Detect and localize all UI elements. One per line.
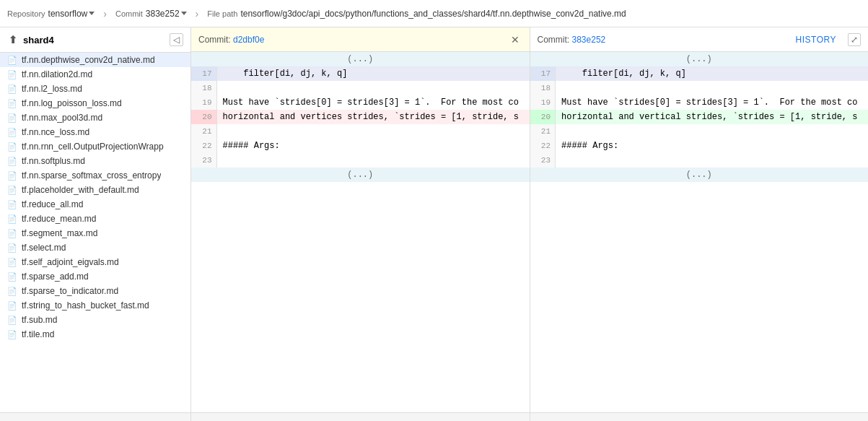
sidebar-item[interactable]: 📄tf.self_adjoint_eigvals.md <box>0 255 190 269</box>
line-content: ##### Args: <box>556 139 869 153</box>
line-number: 22 <box>191 139 216 153</box>
table-row: 22##### Args: <box>530 139 869 153</box>
expand-button[interactable]: ⤢ <box>848 33 861 46</box>
sidebar-item-name: tf.nn.nce_loss.md <box>22 127 89 137</box>
sidebar-item-name: tf.tile.md <box>22 329 54 339</box>
sidebar-item-name: tf.nn.depthwise_conv2d_native.md <box>22 55 155 65</box>
line-content <box>556 81 869 95</box>
sidebar-list: 📄tf.nn.depthwise_conv2d_native.md📄tf.nn.… <box>0 53 190 412</box>
line-number: 20 <box>191 110 216 124</box>
right-header-buttons: HISTORY ⤢ <box>796 33 861 46</box>
sidebar-item[interactable]: 📄tf.nn.softplus.md <box>0 154 190 168</box>
sidebar-item-name: tf.sub.md <box>22 315 57 325</box>
diff-panels: Commit: d2dbf0e ✕ (...)17 filter[di, dj,… <box>191 27 868 421</box>
line-number: 20 <box>530 110 556 124</box>
ellipsis-line: (...) <box>530 52 869 66</box>
sidebar-item[interactable]: 📄tf.tile.md <box>0 327 190 342</box>
table-row: 22##### Args: <box>191 139 530 153</box>
file-icon: 📄 <box>7 113 17 123</box>
line-content <box>556 124 869 139</box>
left-panel-header: Commit: d2dbf0e ✕ <box>191 27 530 52</box>
sidebar-item[interactable]: 📄tf.nn.log_poisson_loss.md <box>0 96 190 110</box>
sidebar-scrollbar[interactable] <box>0 412 190 421</box>
main-layout: ⬆ shard4 ◁ 📄tf.nn.depthwise_conv2d_nativ… <box>0 27 868 421</box>
ellipsis-line: (...) <box>191 52 530 66</box>
table-row: 17 filter[di, dj, k, q] <box>191 66 530 81</box>
sidebar-item-name: tf.select.md <box>22 243 66 253</box>
left-diff-content[interactable]: (...)17 filter[di, dj, k, q]1819Must hav… <box>191 52 530 412</box>
left-commit-hash: d2dbf0e <box>233 35 264 45</box>
sidebar-item[interactable]: 📄tf.nn.nce_loss.md <box>0 125 190 139</box>
sidebar-item[interactable]: 📄tf.sub.md <box>0 313 190 327</box>
file-icon: 📄 <box>7 171 17 181</box>
line-number: 23 <box>191 153 216 168</box>
table-row: 17 filter[di, dj, k, q] <box>530 66 869 81</box>
sidebar-item[interactable]: 📄tf.nn.dilation2d.md <box>0 67 190 82</box>
file-icon: 📄 <box>7 200 17 209</box>
sidebar-item-name: tf.sparse_add.md <box>22 272 89 282</box>
file-icon: 📄 <box>7 56 17 65</box>
breadcrumb-bar: Repository tensorflow › Commit 383e252 ›… <box>0 0 868 27</box>
right-scrollbar[interactable] <box>530 412 869 421</box>
file-icon: 📄 <box>7 99 17 108</box>
left-diff-panel: Commit: d2dbf0e ✕ (...)17 filter[di, dj,… <box>191 27 530 421</box>
sidebar-item-name: tf.string_to_hash_bucket_fast.md <box>22 300 149 311</box>
right-diff-panel: Commit: 383e252 HISTORY ⤢ (...)17 filter… <box>530 27 869 421</box>
sidebar-item[interactable]: 📄tf.reduce_mean.md <box>0 212 190 226</box>
history-button[interactable]: HISTORY <box>796 35 836 45</box>
line-number: 17 <box>530 66 556 81</box>
sidebar-item[interactable]: 📄tf.reduce_all.md <box>0 197 190 212</box>
file-icon: 📄 <box>7 70 17 79</box>
sidebar-item[interactable]: 📄tf.sparse_add.md <box>0 269 190 284</box>
line-number: 19 <box>530 95 556 110</box>
repo-section: Repository tensorflow <box>7 9 95 19</box>
table-row: (...) <box>530 52 869 66</box>
table-row: (...) <box>530 168 869 182</box>
commit-dropdown[interactable]: 383e252 <box>146 9 187 19</box>
filepath-value: tensorflow/g3doc/api_docs/python/functio… <box>240 9 626 19</box>
line-content: ##### Args: <box>216 139 530 153</box>
file-icon: 📄 <box>7 316 17 325</box>
file-icon: 📄 <box>7 258 17 267</box>
sidebar-item[interactable]: 📄tf.sparse_to_indicator.md <box>0 284 190 298</box>
line-content: Must have `strides[0] = strides[3] = 1`.… <box>216 95 530 110</box>
line-content <box>216 153 530 168</box>
table-row: 21 <box>530 124 869 139</box>
sidebar-item[interactable]: 📄tf.placeholder_with_default.md <box>0 183 190 197</box>
sidebar-item[interactable]: 📄tf.nn.sparse_softmax_cross_entropy <box>0 168 190 183</box>
file-icon: 📄 <box>7 243 17 253</box>
sidebar-item-name: tf.nn.l2_loss.md <box>22 84 82 94</box>
table-row: 19Must have `strides[0] = strides[3] = 1… <box>530 95 869 110</box>
file-icon: 📄 <box>7 272 17 282</box>
sidebar-item[interactable]: 📄tf.string_to_hash_bucket_fast.md <box>0 298 190 313</box>
line-number: 23 <box>530 153 556 168</box>
chevron-down-icon-2 <box>181 12 187 15</box>
sidebar-item[interactable]: 📄tf.nn.depthwise_conv2d_native.md <box>0 53 190 67</box>
right-diff-content[interactable]: (...)17 filter[di, dj, k, q]1819Must hav… <box>530 52 869 412</box>
sidebar-item[interactable]: 📄tf.segment_max.md <box>0 226 190 240</box>
line-number: 21 <box>530 124 556 139</box>
table-row: 18 <box>191 81 530 95</box>
commit-label: Commit <box>115 9 143 18</box>
line-content <box>556 153 869 168</box>
sidebar-collapse-button[interactable]: ◁ <box>170 33 183 46</box>
sidebar-item[interactable]: 📄tf.nn.rnn_cell.OutputProjectionWrapp <box>0 139 190 154</box>
sidebar-item[interactable]: 📄tf.nn.l2_loss.md <box>0 82 190 96</box>
left-scrollbar[interactable] <box>191 412 530 421</box>
diff-area: Commit: d2dbf0e ✕ (...)17 filter[di, dj,… <box>191 27 868 421</box>
commit-value: 383e252 <box>146 9 180 19</box>
sidebar: ⬆ shard4 ◁ 📄tf.nn.depthwise_conv2d_nativ… <box>0 27 191 421</box>
file-icon: 📄 <box>7 287 17 296</box>
line-content: filter[di, dj, k, q] <box>216 66 530 81</box>
close-button[interactable]: ✕ <box>508 32 522 47</box>
sidebar-item[interactable]: 📄tf.nn.max_pool3d.md <box>0 110 190 125</box>
right-commit-hash: 383e252 <box>572 35 606 45</box>
file-icon: 📄 <box>7 142 17 152</box>
line-number: 18 <box>530 81 556 95</box>
line-content <box>216 81 530 95</box>
repo-dropdown[interactable]: tensorflow <box>48 9 95 19</box>
sidebar-item[interactable]: 📄tf.select.md <box>0 240 190 255</box>
table-row: 23 <box>191 153 530 168</box>
filepath-section: File path tensorflow/g3doc/api_docs/pyth… <box>207 9 626 19</box>
table-row: 19Must have `strides[0] = strides[3] = 1… <box>191 95 530 110</box>
